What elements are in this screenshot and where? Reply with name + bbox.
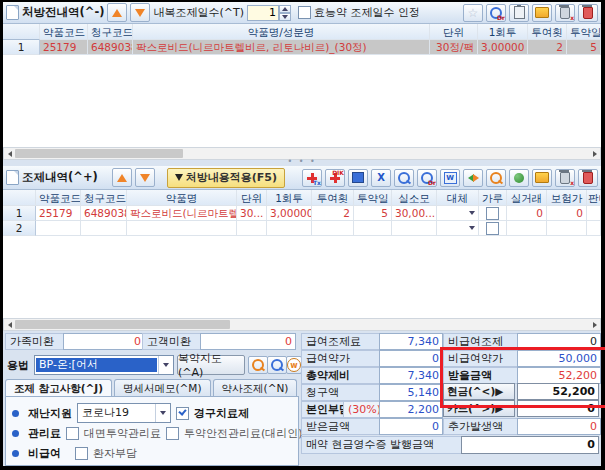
down-arrow-icon	[135, 9, 145, 17]
usage-selected-value: BP-온:[어서	[36, 358, 157, 372]
book-icon	[535, 172, 549, 183]
col-powder: 가루	[479, 190, 507, 206]
tab-pharmacist-dispense[interactable]: 약사조제(^N)	[213, 379, 298, 397]
oral-treatment-checkbox[interactable]	[176, 407, 189, 420]
apply-prescription-button[interactable]: 처방내용적용(F5)	[167, 168, 285, 188]
covered-dispense-fee-label: 급여조제료	[301, 333, 387, 350]
pharmacy-button[interactable]	[348, 169, 368, 187]
dose-days-stepper[interactable]	[247, 5, 291, 21]
move-up-button[interactable]	[112, 168, 132, 187]
prescription-row[interactable]: 1 25179 648903860 팍스로비드(니르마트렐비르, 리토나비르)_…	[3, 40, 601, 55]
move-down-button[interactable]	[135, 168, 155, 187]
scroll-left-icon[interactable]	[4, 149, 15, 158]
apply-down-icon	[175, 174, 183, 181]
noncovered-dispense-label: 비급여조제	[443, 333, 519, 350]
copy-button[interactable]	[509, 4, 529, 22]
col-actual-price: 실거래	[507, 190, 547, 206]
book-icon	[535, 7, 549, 18]
clipboard-icon	[514, 6, 525, 19]
covered-drug-price-value: 0	[379, 350, 443, 367]
col-times: 투여횟	[528, 24, 567, 40]
col-insurance-price: 보험가	[547, 190, 587, 206]
cell-drug-name: 팍스로비드(니르마트렐비르, 리토나비르)_(30정)	[133, 40, 430, 55]
cash-amount-input[interactable]: 52,200	[517, 383, 599, 400]
cash-button[interactable]: 현금(^<)▶	[443, 383, 515, 400]
stepper-up[interactable]	[279, 5, 291, 13]
safety-mgmt-checkbox[interactable]	[166, 427, 179, 440]
scroll-right-icon[interactable]	[589, 149, 600, 158]
dik-button[interactable]: DIK	[325, 169, 345, 187]
usage-search-button[interactable]	[248, 356, 268, 374]
dispense-hscrollbar[interactable]	[3, 318, 601, 331]
down-arrow-icon	[140, 174, 150, 182]
pill-icon	[514, 173, 524, 183]
dispense-table-header: 약품코드 청구코드 약품명 단위 1회투 투여횟 투약일 실소모 대체 가루 실…	[3, 190, 601, 206]
stepper-down[interactable]	[279, 13, 291, 21]
dose-days-input[interactable]	[247, 5, 279, 21]
face-to-face-label: 대면투약관리료	[84, 426, 161, 441]
splitter-handle[interactable]: • • •	[3, 159, 601, 166]
search-doc-button[interactable]	[486, 169, 506, 187]
move-down-button[interactable]	[130, 3, 150, 22]
reference-button[interactable]	[532, 4, 552, 22]
powder-checkbox[interactable]	[486, 222, 499, 235]
move-up-button[interactable]	[107, 3, 127, 22]
dispense-notes-panel: 재난지원 코로나19 경구치료제 관리료 대면투약관리료 투약안전관리료(대리인…	[5, 396, 299, 466]
dispense-table: 약품코드 청구코드 약품명 단위 1회투 투여횟 투약일 실소모 대체 가루 실…	[3, 189, 601, 319]
family-unpaid-value: 0	[63, 333, 145, 350]
cell-dose: 3,00000	[267, 206, 312, 221]
building-icon	[352, 172, 364, 183]
dispense-row[interactable]: 1 25179 648903860 팍스로비드(니르마트렐... 30... 3…	[3, 206, 601, 221]
dispense-row-empty[interactable]: 2	[3, 221, 601, 236]
delete-row-button[interactable]: x	[555, 169, 575, 187]
card-amount-input[interactable]: 0	[517, 400, 599, 417]
tab-statement-memo[interactable]: 명세서메모(^M)	[114, 379, 211, 397]
drug-search-button[interactable]: Dr	[417, 169, 437, 187]
management-fee-label: 관리료	[28, 426, 61, 441]
scroll-right-icon[interactable]	[589, 320, 600, 329]
swap-button[interactable]	[463, 169, 483, 187]
noncovered-drug-price-label: 비급여약가	[443, 350, 519, 367]
drug-search-button[interactable]: Dr	[486, 4, 506, 22]
patient-pay-checkbox[interactable]	[75, 447, 88, 460]
cut-button[interactable]: X	[371, 169, 391, 187]
word-button[interactable]: w	[286, 356, 302, 374]
add-drug-button[interactable]: Tx	[302, 169, 322, 187]
customer-unpaid-label: 고객미환	[142, 333, 204, 350]
dropdown-chevron-icon	[155, 404, 170, 422]
substitute-dropdown-icon[interactable]	[469, 211, 475, 215]
scroll-thumb[interactable]	[15, 320, 230, 329]
bullet-icon	[12, 410, 19, 417]
substitute-dropdown-icon[interactable]	[469, 226, 475, 230]
search-add-button[interactable]	[394, 169, 414, 187]
cell-insurance-price: 0	[547, 206, 587, 221]
customer-unpaid-value: 0	[200, 333, 296, 350]
usage-search-w-button[interactable]	[267, 356, 287, 374]
delete-row-button[interactable]: x	[555, 4, 575, 22]
scroll-thumb[interactable]	[15, 149, 183, 158]
tab-dispense-notes[interactable]: 조제 참고사항(^J)	[5, 379, 112, 397]
disaster-combobox[interactable]: 코로나19	[77, 403, 171, 423]
prescription-header: 처방전내역(^-) 내복조제일수(^T) 효능약 조제일수 인정 ☆ Dr x	[3, 2, 601, 23]
cell-claim-code: 648903860	[88, 40, 133, 55]
delete-all-button[interactable]	[578, 169, 598, 187]
col-days: 투약일	[567, 24, 601, 40]
reference-button[interactable]	[532, 169, 552, 187]
trash-icon	[560, 7, 570, 19]
cash-receipt-input[interactable]: 0	[461, 436, 599, 454]
face-to-face-checkbox[interactable]	[66, 427, 79, 440]
delete-all-button[interactable]	[578, 4, 598, 22]
drug-info-button[interactable]	[509, 169, 529, 187]
prescription-table: 약품코드 청구코드 약품명/성분명 단위 1회투 투여횟 투약일 1 25179…	[3, 23, 601, 148]
efficacy-days-checkbox[interactable]	[298, 6, 311, 19]
usage-combobox[interactable]: BP-온:[어서	[34, 355, 174, 375]
swap-arrows-icon	[468, 173, 479, 183]
scroll-left-icon[interactable]	[4, 320, 15, 329]
received-amount-value: 0	[379, 418, 443, 435]
medication-guide-button[interactable]: 복약지도(^A)	[177, 355, 245, 375]
powder-checkbox[interactable]	[486, 207, 499, 220]
card-button[interactable]: 카드(^>)▶	[443, 400, 515, 417]
favorite-button[interactable]: ☆	[463, 4, 483, 22]
window-button[interactable]: W	[440, 169, 460, 187]
cash-receipt-label: 매약 현금영수증 발행금액	[301, 436, 463, 454]
